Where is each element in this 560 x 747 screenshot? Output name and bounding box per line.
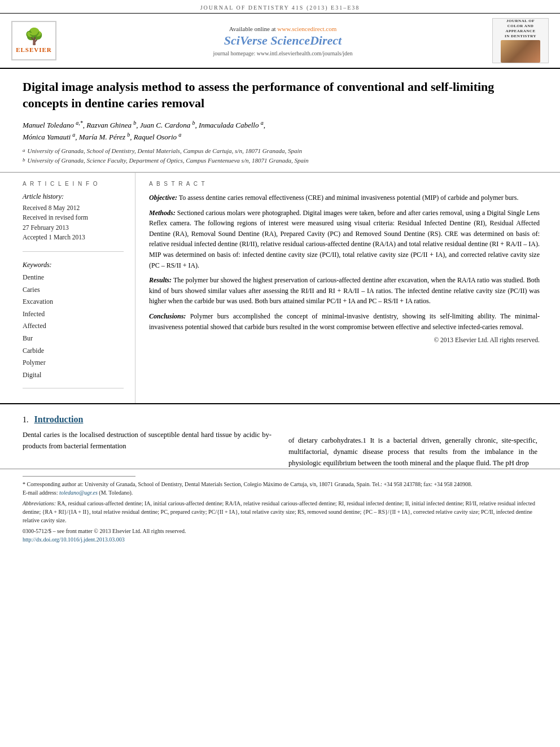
doi-link[interactable]: http://dx.doi.org/10.1016/j.jdent.2013.0… [23,536,125,543]
journal-title: Journal of Dentistry 41s (2013) e31–e38 [200,5,360,11]
elsevier-tree-icon: 🌳 [24,29,44,45]
received-date: Received 8 May 2012 [23,203,124,213]
elsevier-name: ELSEVIER [16,46,52,53]
left-divider-2 [23,388,124,388]
abstract-methods: Methods: Sectioned carious molars were p… [149,208,540,271]
journal-thumbnail: Journal ofCOLOR andAPPEARANCEin DENTISTR… [492,18,549,63]
abbreviations-text: RA, residual carious-affected dentine; I… [23,500,535,523]
intro-text-right: of dietary carbohydrates.1 It is a bacte… [288,435,537,469]
keyword-dentine: Dentine [23,272,124,284]
abstract-results: Results: The polymer bur showed the high… [149,275,540,307]
keyword-excavation: Excavation [23,296,124,308]
history-label: Article history: [23,193,124,201]
keyword-carbide: Carbide [23,345,124,357]
intro-left: 1. Introduction Dental caries is the loc… [23,414,272,469]
affiliation-b: University of Granada, Science Faculty, … [28,156,309,166]
footnote-section: * Corresponding author at: University of… [0,469,560,549]
conclusions-text: Polymer burs accomplished the concept of… [149,312,540,331]
objective-heading: Objective: [149,194,177,202]
article-info-column: A R T I C L E I N F O Article history: R… [0,173,135,403]
revised-date: 27 February 2013 [23,223,124,233]
methods-text: Sectioned carious molars were photograph… [149,209,540,269]
footnote-email: E-mail address: toledano@ugr.es (M. Tole… [23,488,537,497]
article-title-section: Digital image analysis method to assess … [0,69,560,172]
section-num: 1. [23,416,29,425]
conclusions-heading: Conclusions: [149,312,186,320]
email-label: E-mail address: [23,490,58,496]
journal-homepage: journal homepage: www.intl.elsevierhealt… [73,50,492,56]
journal-thumb-image [501,40,540,63]
footnote-doi: http://dx.doi.org/10.1016/j.jdent.2013.0… [23,535,537,544]
abstract-column: A B S T R A C T Objective: To assess den… [135,173,560,403]
intro-text-left: Dental caries is the localised destructi… [23,429,272,452]
publisher-banner: 🌳 ELSEVIER Available online at www.scien… [0,14,560,69]
section-title: Introduction [34,414,84,425]
footnote-doi-prefix: 0300-5712/$ – see front matter © 2013 El… [23,527,537,535]
keywords-label: Keywords: [23,261,124,269]
accepted-date: Accepted 1 March 2013 [23,233,124,242]
results-text: The polymer bur showed the highest prese… [149,276,540,305]
abbreviations-label: Abbreviations: [23,500,56,506]
section-number: 1. Introduction [23,414,272,425]
journal-thumb-title: Journal ofCOLOR andAPPEARANCEin DENTISTR… [505,19,536,39]
abstract-objective: Objective: To assess dentine caries remo… [149,193,540,203]
article-info-label: A R T I C L E I N F O [23,181,124,187]
intro-right: of dietary carbohydrates.1 It is a bacte… [288,414,537,469]
keyword-infected: Infected [23,308,124,321]
elsevier-logo: 🌳 ELSEVIER [11,21,73,60]
copyright-line: © 2013 Elsevier Ltd. All rights reserved… [149,337,540,343]
two-column-section: A R T I C L E I N F O Article history: R… [0,172,560,403]
abstract-conclusions: Conclusions: Polymer burs accomplished t… [149,311,540,332]
keyword-polymer: Polymer [23,357,124,369]
objective-text: To assess dentine caries removal effecti… [179,194,519,202]
keyword-affected: Affected [23,320,124,333]
footnote-abbreviations: Abbreviations: RA, residual carious-affe… [23,499,537,525]
methods-heading: Methods: [149,209,176,217]
keyword-caries: Caries [23,284,124,296]
footnote-corresponding: * Corresponding author at: University of… [23,480,537,488]
affiliation-a: University of Granada, School of Dentist… [28,146,302,156]
banner-center: Available online at www.sciencedirect.co… [73,25,492,56]
article-history: Article history: Received 8 May 2012 Rec… [23,193,124,242]
keyword-bur: Bur [23,333,124,345]
received-revised-label: Received in revised form [23,213,124,222]
email-suffix: (M. Toledano). [99,490,133,496]
sciencedirect-logo: SciVerse ScienceDirect [73,33,492,48]
introduction-section: 1. Introduction Dental caries is the loc… [0,403,560,469]
keyword-digital: Digital [23,369,124,382]
results-heading: Results: [149,276,172,284]
affiliations: a University of Granada, School of Denti… [23,146,537,166]
keywords-section: Keywords: Dentine Caries Excavation Infe… [23,261,124,381]
sciverse-link[interactable]: www.sciencedirect.com [277,25,336,32]
email-address[interactable]: toledano@ugr.es [59,490,98,496]
article-title: Digital image analysis method to assess … [23,79,537,111]
journal-header: Journal of Dentistry 41s (2013) e31–e38 [0,0,560,14]
available-online-text: Available online at www.sciencedirect.co… [73,25,492,32]
authors: Manuel Toledano a,*, Razvan Ghinea b, Ju… [23,118,537,143]
abstract-label: A B S T R A C T [149,181,540,187]
sciverse-logo-text: SciVerse ScienceDirect [224,33,342,47]
footnote-divider [23,476,135,477]
left-divider [23,251,124,252]
